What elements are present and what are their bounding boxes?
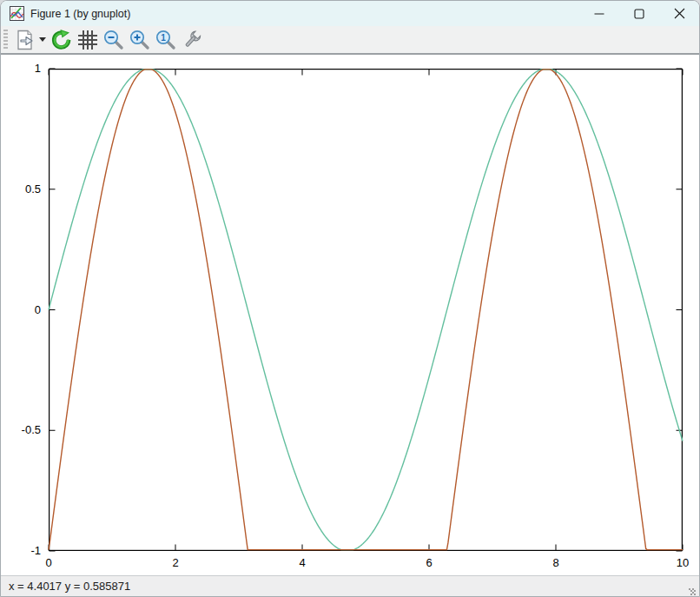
close-button[interactable] (659, 1, 699, 26)
magnifier-minus-icon (102, 29, 125, 51)
zoom-next-button[interactable] (127, 28, 153, 52)
export-button[interactable] (12, 28, 38, 52)
y-tick-label: -0.5 (1, 423, 41, 437)
minimize-button[interactable] (579, 1, 619, 26)
plot-canvas[interactable]: 0246810-1-0.500.51 (1, 56, 699, 577)
minimize-icon (594, 9, 604, 19)
y-tick-label: -1 (1, 544, 41, 558)
gnuplot-app-icon (10, 6, 24, 21)
zoom-reset-button[interactable]: 1 (153, 28, 179, 52)
grid-icon (76, 29, 99, 51)
curve-2-sin-x-1-clipped-to-1-1 (49, 70, 683, 550)
x-tick-label: 6 (412, 556, 446, 569)
zoom-previous-button[interactable] (101, 28, 127, 52)
x-tick-label: 0 (31, 556, 66, 569)
export-document-icon (14, 29, 36, 51)
plot-svg (49, 69, 683, 551)
magnifier-one-icon: 1 (155, 29, 177, 51)
x-tick-label: 2 (158, 556, 193, 569)
mouse-coordinates-readout: x = 4.4017 y = 0.585871 (9, 580, 688, 593)
titlebar[interactable]: Figure 1 (by gnuplot) (1, 1, 699, 26)
svg-text:1: 1 (161, 32, 166, 42)
window-title: Figure 1 (by gnuplot) (30, 8, 579, 20)
toolbar-drag-handle[interactable] (3, 30, 8, 50)
wrench-icon (181, 29, 203, 51)
statusbar: x = 4.4017 y = 0.585871 (1, 575, 699, 596)
grid-button[interactable] (75, 28, 101, 52)
maximize-icon (634, 9, 644, 19)
gnuplot-window: Figure 1 (by gnuplot) (0, 0, 700, 597)
dropdown-caret-icon (39, 37, 46, 42)
y-tick-label: 0.5 (1, 182, 41, 196)
replot-refresh-icon (50, 29, 73, 51)
x-tick-label: 4 (285, 556, 320, 569)
export-dropdown-button[interactable] (38, 28, 47, 52)
plot-border (50, 70, 683, 551)
replot-button[interactable] (49, 28, 75, 52)
maximize-button[interactable] (619, 1, 659, 26)
magnifier-plus-icon (129, 29, 151, 51)
y-tick-label: 1 (1, 62, 41, 76)
x-tick-label: 8 (538, 556, 573, 569)
curve-sin-x (49, 70, 683, 550)
resize-grip-icon[interactable] (688, 587, 697, 596)
close-icon (674, 8, 685, 19)
settings-button[interactable] (179, 28, 205, 52)
y-tick-label: 0 (1, 303, 41, 317)
toolbar: 1 (1, 26, 699, 55)
x-tick-label: 10 (665, 556, 700, 569)
